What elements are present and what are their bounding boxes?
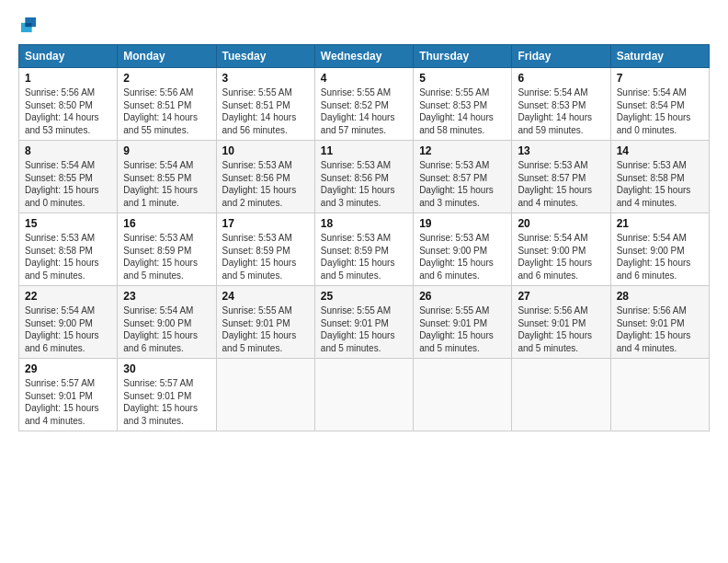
calendar-cell: 23 Sunrise: 5:54 AMSunset: 9:00 PMDaylig… [118,286,216,359]
calendar-cell: 24 Sunrise: 5:55 AMSunset: 9:01 PMDaylig… [216,286,314,359]
calendar-cell [414,359,512,431]
day-detail: Sunrise: 5:55 AMSunset: 9:01 PMDaylight:… [222,304,309,354]
calendar-cell: 12 Sunrise: 5:53 AMSunset: 8:57 PMDaylig… [414,141,512,213]
calendar-cell: 17 Sunrise: 5:53 AMSunset: 8:59 PMDaylig… [216,213,314,286]
day-number: 23 [123,290,210,303]
calendar-cell: 13 Sunrise: 5:53 AMSunset: 8:57 PMDaylig… [512,141,610,213]
logo-icon [18,15,39,35]
day-number: 6 [518,72,604,85]
day-detail: Sunrise: 5:54 AMSunset: 9:00 PMDaylight:… [123,304,210,354]
calendar-cell: 26 Sunrise: 5:55 AMSunset: 9:01 PMDaylig… [414,286,512,359]
day-number: 21 [617,217,703,230]
calendar-cell: 2 Sunrise: 5:56 AMSunset: 8:51 PMDayligh… [118,68,216,141]
day-detail: Sunrise: 5:54 AMSunset: 9:00 PMDaylight:… [518,232,604,282]
day-number: 28 [617,290,703,303]
svg-marker-2 [25,23,31,27]
calendar-cell: 21 Sunrise: 5:54 AMSunset: 9:00 PMDaylig… [610,213,709,286]
calendar-cell: 6 Sunrise: 5:54 AMSunset: 8:53 PMDayligh… [512,68,610,141]
day-detail: Sunrise: 5:57 AMSunset: 9:01 PMDaylight:… [25,377,111,427]
day-detail: Sunrise: 5:56 AMSunset: 9:01 PMDaylight:… [617,304,703,354]
day-number: 27 [518,290,604,303]
calendar-cell: 28 Sunrise: 5:56 AMSunset: 9:01 PMDaylig… [610,286,709,359]
day-number: 25 [321,290,407,303]
calendar-cell [216,359,314,431]
day-number: 22 [25,290,111,303]
week-row-4: 22 Sunrise: 5:54 AMSunset: 9:00 PMDaylig… [19,286,710,359]
day-detail: Sunrise: 5:54 AMSunset: 8:53 PMDaylight:… [518,86,604,136]
calendar-cell: 11 Sunrise: 5:53 AMSunset: 8:56 PMDaylig… [314,141,413,213]
col-wednesday: Wednesday [314,45,413,68]
col-tuesday: Tuesday [216,45,314,68]
day-number: 12 [419,144,506,157]
week-row-2: 8 Sunrise: 5:54 AMSunset: 8:55 PMDayligh… [19,141,710,213]
day-number: 15 [25,217,111,230]
day-detail: Sunrise: 5:54 AMSunset: 9:00 PMDaylight:… [617,232,703,282]
day-number: 9 [123,144,210,157]
day-number: 3 [222,72,309,85]
day-detail: Sunrise: 5:53 AMSunset: 8:58 PMDaylight:… [25,232,111,282]
day-number: 1 [25,72,111,85]
calendar-cell: 22 Sunrise: 5:54 AMSunset: 9:00 PMDaylig… [19,286,118,359]
calendar-cell: 15 Sunrise: 5:53 AMSunset: 8:58 PMDaylig… [19,213,118,286]
day-number: 8 [25,144,111,157]
calendar-cell: 3 Sunrise: 5:55 AMSunset: 8:51 PMDayligh… [216,68,314,141]
calendar-cell [610,359,709,431]
calendar-cell: 18 Sunrise: 5:53 AMSunset: 8:59 PMDaylig… [314,213,413,286]
calendar-table: Sunday Monday Tuesday Wednesday Thursday… [18,44,710,431]
calendar-cell: 1 Sunrise: 5:56 AMSunset: 8:50 PMDayligh… [19,68,118,141]
calendar-cell: 30 Sunrise: 5:57 AMSunset: 9:01 PMDaylig… [118,359,216,431]
day-detail: Sunrise: 5:56 AMSunset: 8:51 PMDaylight:… [123,86,210,136]
day-number: 16 [123,217,210,230]
day-number: 17 [222,217,309,230]
day-number: 26 [419,290,506,303]
calendar-cell: 8 Sunrise: 5:54 AMSunset: 8:55 PMDayligh… [19,141,118,213]
calendar-cell: 14 Sunrise: 5:53 AMSunset: 8:58 PMDaylig… [610,141,709,213]
day-detail: Sunrise: 5:53 AMSunset: 9:00 PMDaylight:… [419,232,506,282]
day-detail: Sunrise: 5:53 AMSunset: 8:56 PMDaylight:… [222,159,309,209]
calendar-cell: 19 Sunrise: 5:53 AMSunset: 9:00 PMDaylig… [414,213,512,286]
day-detail: Sunrise: 5:54 AMSunset: 8:55 PMDaylight:… [123,159,210,209]
calendar-cell: 5 Sunrise: 5:55 AMSunset: 8:53 PMDayligh… [414,68,512,141]
day-number: 14 [617,144,703,157]
day-detail: Sunrise: 5:53 AMSunset: 8:58 PMDaylight:… [617,159,703,209]
week-row-3: 15 Sunrise: 5:53 AMSunset: 8:58 PMDaylig… [19,213,710,286]
day-detail: Sunrise: 5:53 AMSunset: 8:57 PMDaylight:… [518,159,604,209]
day-number: 18 [321,217,407,230]
col-friday: Friday [512,45,610,68]
day-detail: Sunrise: 5:54 AMSunset: 8:55 PMDaylight:… [25,159,111,209]
day-detail: Sunrise: 5:53 AMSunset: 8:59 PMDaylight:… [321,232,407,282]
calendar-cell: 9 Sunrise: 5:54 AMSunset: 8:55 PMDayligh… [118,141,216,213]
week-row-5: 29 Sunrise: 5:57 AMSunset: 9:01 PMDaylig… [19,359,710,431]
week-row-1: 1 Sunrise: 5:56 AMSunset: 8:50 PMDayligh… [19,68,710,141]
day-number: 5 [419,72,506,85]
calendar-cell: 25 Sunrise: 5:55 AMSunset: 9:01 PMDaylig… [314,286,413,359]
day-number: 19 [419,217,506,230]
day-detail: Sunrise: 5:55 AMSunset: 8:52 PMDaylight:… [321,86,407,136]
day-detail: Sunrise: 5:53 AMSunset: 8:59 PMDaylight:… [123,232,210,282]
day-detail: Sunrise: 5:56 AMSunset: 8:50 PMDaylight:… [25,86,111,136]
calendar-cell: 27 Sunrise: 5:56 AMSunset: 9:01 PMDaylig… [512,286,610,359]
col-thursday: Thursday [414,45,512,68]
day-detail: Sunrise: 5:53 AMSunset: 8:56 PMDaylight:… [321,159,407,209]
calendar-cell [314,359,413,431]
calendar-cell: 7 Sunrise: 5:54 AMSunset: 8:54 PMDayligh… [610,68,709,141]
calendar-cell: 10 Sunrise: 5:53 AMSunset: 8:56 PMDaylig… [216,141,314,213]
day-detail: Sunrise: 5:54 AMSunset: 9:00 PMDaylight:… [25,304,111,354]
header [18,15,710,35]
day-detail: Sunrise: 5:55 AMSunset: 8:51 PMDaylight:… [222,86,309,136]
calendar-cell: 20 Sunrise: 5:54 AMSunset: 9:00 PMDaylig… [512,213,610,286]
day-detail: Sunrise: 5:55 AMSunset: 9:01 PMDaylight:… [419,304,506,354]
day-number: 20 [518,217,604,230]
col-saturday: Saturday [610,45,709,68]
day-number: 4 [321,72,407,85]
col-monday: Monday [118,45,216,68]
day-detail: Sunrise: 5:57 AMSunset: 9:01 PMDaylight:… [123,377,210,427]
calendar-cell: 16 Sunrise: 5:53 AMSunset: 8:59 PMDaylig… [118,213,216,286]
day-number: 11 [321,144,407,157]
day-detail: Sunrise: 5:55 AMSunset: 8:53 PMDaylight:… [419,86,506,136]
day-detail: Sunrise: 5:55 AMSunset: 9:01 PMDaylight:… [321,304,407,354]
day-number: 29 [25,362,111,375]
day-detail: Sunrise: 5:53 AMSunset: 8:57 PMDaylight:… [419,159,506,209]
day-detail: Sunrise: 5:53 AMSunset: 8:59 PMDaylight:… [222,232,309,282]
col-sunday: Sunday [19,45,118,68]
